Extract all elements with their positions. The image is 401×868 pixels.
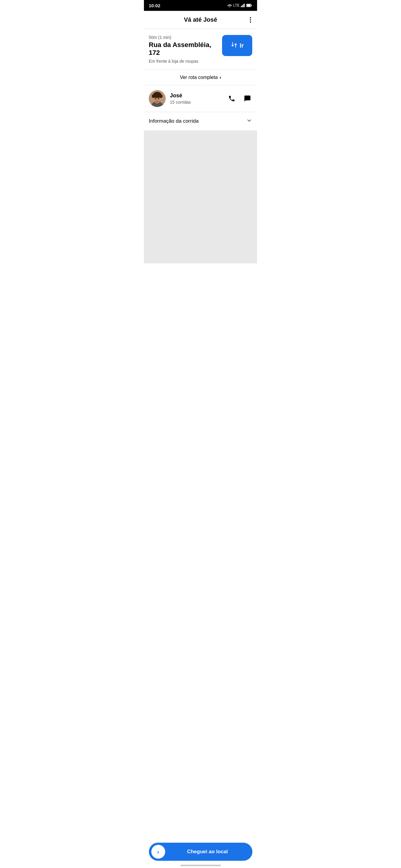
distance-text: 50m (1 min)	[149, 35, 219, 40]
page-title: Vá até José	[184, 16, 217, 23]
svg-point-19	[156, 98, 156, 98]
svg-point-22	[155, 100, 160, 103]
message-driver-button[interactable]	[242, 94, 252, 103]
driver-avatar	[149, 90, 166, 107]
driver-actions	[227, 94, 252, 103]
svg-rect-2	[243, 4, 244, 7]
message-icon	[244, 95, 251, 102]
avatar-image	[149, 90, 166, 107]
status-bar: 10:02 LTE	[144, 0, 257, 11]
view-full-route-button[interactable]: Ver rota completa ›	[144, 70, 257, 85]
ride-info-label: Informação da corrida	[149, 118, 199, 124]
svg-rect-0	[241, 6, 242, 7]
driver-name: José	[170, 93, 227, 99]
lte-icon: LTE	[233, 3, 239, 7]
view-route-label: Ver rota completa	[180, 75, 218, 80]
phone-icon	[228, 95, 235, 102]
go-button[interactable]: Ir	[222, 35, 252, 56]
svg-rect-6	[251, 5, 252, 6]
navigation-info: 50m (1 min) Rua da Assembléia, 172 Em fr…	[149, 35, 222, 64]
status-icons: LTE	[227, 3, 252, 7]
more-options-button[interactable]	[249, 16, 252, 24]
map-area	[144, 131, 257, 264]
driver-info: José 15 corridas	[170, 93, 227, 104]
chevron-right-icon: ›	[220, 75, 221, 80]
svg-point-16	[156, 93, 159, 96]
three-dots-icon	[250, 17, 251, 23]
arrows-swap-icon	[231, 41, 238, 49]
call-driver-button[interactable]	[227, 94, 236, 103]
signal-icon	[241, 4, 245, 7]
wifi-icon	[227, 4, 232, 7]
landmark-text: Em frente à loja de roupas	[149, 59, 219, 64]
svg-rect-5	[247, 4, 251, 7]
svg-rect-1	[242, 5, 243, 7]
chevron-down-icon	[246, 118, 252, 125]
navigation-card: 50m (1 min) Rua da Assembléia, 172 Em fr…	[144, 29, 257, 70]
driver-rides: 15 corridas	[170, 100, 227, 104]
route-arrows-icon	[231, 41, 238, 50]
expand-icon	[246, 118, 252, 124]
battery-icon	[246, 4, 252, 7]
status-time: 10:02	[149, 3, 160, 8]
driver-section: José 15 corridas	[144, 85, 257, 112]
go-button-label: Ir	[239, 42, 244, 49]
street-name: Rua da Assembléia, 172	[149, 41, 219, 57]
ride-info-section[interactable]: Informação da corrida	[144, 112, 257, 131]
header: Vá até José	[144, 11, 257, 29]
svg-rect-3	[244, 4, 245, 7]
